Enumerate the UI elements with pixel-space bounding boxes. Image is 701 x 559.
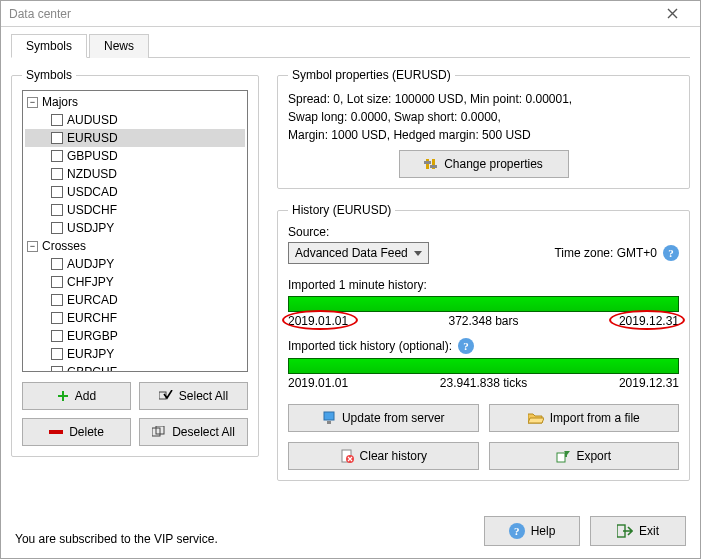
checkbox[interactable]: [51, 132, 63, 144]
history-legend: History (EURUSD): [288, 203, 395, 217]
tree-item-usdchf[interactable]: USDCHF: [25, 201, 245, 219]
exit-label: Exit: [639, 524, 659, 538]
tree-item-label: CHFJPY: [67, 275, 114, 289]
source-select[interactable]: Advanced Data Feed: [288, 242, 429, 264]
expander-icon[interactable]: −: [27, 241, 38, 252]
history-group: History (EURUSD) Source: Advanced Data F…: [277, 203, 690, 481]
tree-item-audusd[interactable]: AUDUSD: [25, 111, 245, 129]
close-icon: [667, 8, 678, 19]
server-icon: [322, 411, 336, 425]
tree-item-usdjpy[interactable]: USDJPY: [25, 219, 245, 237]
checkbox[interactable]: [51, 114, 63, 126]
checkbox[interactable]: [51, 348, 63, 360]
import-label: Import from a file: [550, 411, 640, 425]
tree-item-usdcad[interactable]: USDCAD: [25, 183, 245, 201]
tree-item-eurusd[interactable]: EURUSD: [25, 129, 245, 147]
tree-item-nzdusd[interactable]: NZDUSD: [25, 165, 245, 183]
checkbox[interactable]: [51, 186, 63, 198]
window-title: Data center: [9, 7, 71, 21]
window-close-button[interactable]: [652, 2, 692, 26]
tree-item-gbpusd[interactable]: GBPUSD: [25, 147, 245, 165]
delete-button[interactable]: Delete: [22, 418, 131, 446]
checkbox[interactable]: [51, 168, 63, 180]
export-icon: [556, 449, 570, 463]
symbols-legend: Symbols: [22, 68, 76, 82]
properties-line2: Swap long: 0.0000, Swap short: 0.0000,: [288, 108, 679, 126]
select-all-label: Select All: [179, 389, 228, 403]
tree-item-eurgbp[interactable]: EURGBP: [25, 327, 245, 345]
tick-help-icon[interactable]: ?: [458, 338, 474, 354]
deselect-all-label: Deselect All: [172, 425, 235, 439]
source-value: Advanced Data Feed: [295, 246, 408, 260]
deselect-all-icon: [152, 426, 166, 438]
tree-group-crosses[interactable]: −Crosses: [25, 237, 245, 255]
svg-rect-6: [424, 161, 431, 164]
tick-start-date: 2019.01.01: [288, 376, 348, 390]
checkbox[interactable]: [51, 150, 63, 162]
tree-item-chfjpy[interactable]: CHFJPY: [25, 273, 245, 291]
properties-legend: Symbol properties (EURUSD): [288, 68, 455, 82]
folder-open-icon: [528, 412, 544, 424]
delete-label: Delete: [69, 425, 104, 439]
tree-group-majors[interactable]: −Majors: [25, 93, 245, 111]
timezone-help-icon[interactable]: ?: [663, 245, 679, 261]
checkbox[interactable]: [51, 312, 63, 324]
minute-start-date: 2019.01.01: [288, 314, 348, 328]
plus-icon: [57, 390, 69, 402]
minute-end-date: 2019.12.31: [619, 314, 679, 328]
titlebar: Data center: [1, 1, 700, 27]
add-button[interactable]: Add: [22, 382, 131, 410]
checkbox[interactable]: [51, 366, 63, 372]
checkbox[interactable]: [51, 294, 63, 306]
select-all-button[interactable]: Select All: [139, 382, 248, 410]
tree-group-label: Crosses: [42, 239, 86, 253]
help-icon: ?: [509, 523, 525, 539]
deselect-all-button[interactable]: Deselect All: [139, 418, 248, 446]
tree-item-audjpy[interactable]: AUDJPY: [25, 255, 245, 273]
minus-icon: [49, 429, 63, 435]
properties-line1: Spread: 0, Lot size: 100000 USD, Min poi…: [288, 90, 679, 108]
update-from-server-button[interactable]: Update from server: [288, 404, 479, 432]
symbols-tree[interactable]: −MajorsAUDUSDEURUSDGBPUSDNZDUSDUSDCADUSD…: [22, 90, 248, 372]
change-properties-button[interactable]: Change properties: [399, 150, 569, 178]
update-label: Update from server: [342, 411, 445, 425]
checkbox[interactable]: [51, 330, 63, 342]
tree-item-label: GBPCHF: [67, 365, 117, 372]
svg-rect-8: [324, 412, 334, 420]
tree-item-eurchf[interactable]: EURCHF: [25, 309, 245, 327]
minute-history-bar: [288, 296, 679, 312]
clear-history-button[interactable]: Clear history: [288, 442, 479, 470]
import-from-file-button[interactable]: Import from a file: [489, 404, 680, 432]
tree-item-label: EURGBP: [67, 329, 118, 343]
properties-line3: Margin: 1000 USD, Hedged margin: 500 USD: [288, 126, 679, 144]
subscription-status: You are subscribed to the VIP service.: [15, 532, 218, 546]
checkbox[interactable]: [51, 204, 63, 216]
tree-item-label: EURUSD: [67, 131, 118, 145]
tick-end-date: 2019.12.31: [619, 376, 679, 390]
tab-symbols[interactable]: Symbols: [11, 34, 87, 58]
checkbox[interactable]: [51, 258, 63, 270]
tree-item-label: EURJPY: [67, 347, 114, 361]
export-button[interactable]: Export: [489, 442, 680, 470]
tab-news[interactable]: News: [89, 34, 149, 58]
change-properties-label: Change properties: [444, 157, 543, 171]
checkbox[interactable]: [51, 276, 63, 288]
exit-button[interactable]: Exit: [590, 516, 686, 546]
properties-group: Symbol properties (EURUSD) Spread: 0, Lo…: [277, 68, 690, 189]
tree-item-eurjpy[interactable]: EURJPY: [25, 345, 245, 363]
svg-rect-1: [49, 430, 63, 434]
tick-count: 23.941.838 ticks: [440, 376, 527, 390]
tree-item-eurcad[interactable]: EURCAD: [25, 291, 245, 309]
source-label: Source:: [288, 225, 679, 239]
tree-item-label: AUDUSD: [67, 113, 118, 127]
help-button[interactable]: ? Help: [484, 516, 580, 546]
properties-text: Spread: 0, Lot size: 100000 USD, Min poi…: [288, 90, 679, 144]
tree-item-label: AUDJPY: [67, 257, 114, 271]
exit-icon: [617, 524, 633, 538]
checkbox[interactable]: [51, 222, 63, 234]
tree-item-gbpchf[interactable]: GBPCHF: [25, 363, 245, 372]
minute-bars-count: 372.348 bars: [448, 314, 518, 328]
expander-icon[interactable]: −: [27, 97, 38, 108]
svg-rect-7: [430, 165, 437, 168]
svg-rect-13: [565, 451, 567, 457]
